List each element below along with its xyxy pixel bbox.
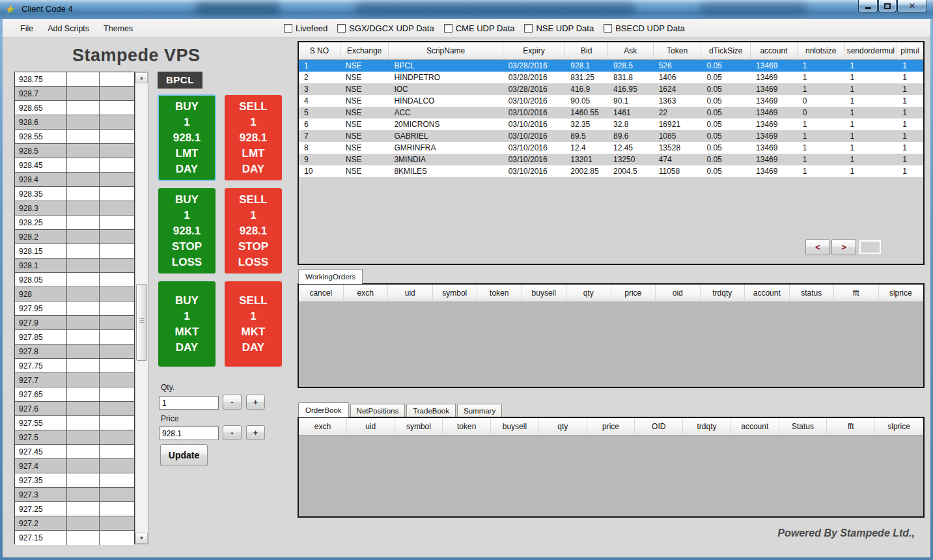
- close-button[interactable]: ✕: [897, 0, 927, 12]
- ladder-row[interactable]: 928.7: [15, 87, 134, 101]
- ladder-row[interactable]: 928.35: [15, 187, 134, 201]
- sell-stoploss-button[interactable]: SELL1928.1STOPLOSS: [224, 188, 283, 274]
- ladder-bid-cell[interactable]: [67, 230, 100, 244]
- ladder-row[interactable]: 927.5: [15, 430, 134, 445]
- watchlist-row[interactable]: 6NSE20MICRONS03/10/201632.3532.8169210.0…: [299, 119, 923, 130]
- ladder-bid-cell[interactable]: [67, 87, 100, 100]
- ladder-row[interactable]: 927.85: [15, 330, 134, 344]
- checkbox-box-livefeed[interactable]: [284, 24, 292, 33]
- watchlist-row[interactable]: 5NSEACC03/10/20161460.551461220.05134690…: [299, 107, 923, 119]
- checkbox-sgx-dgcx-udp-data[interactable]: SGX/DGCX UDP Data: [337, 23, 434, 33]
- watchlist-row[interactable]: 9NSE3MINDIA03/10/201613201132504740.0513…: [299, 154, 923, 165]
- prev-page-button[interactable]: <: [805, 239, 830, 255]
- checkbox-livefeed[interactable]: Livefeed: [284, 23, 327, 33]
- watchlist-row[interactable]: 8NSEGMRINFRA03/10/201612.412.45135280.05…: [299, 142, 923, 154]
- ladder-ask-cell[interactable]: [100, 416, 134, 430]
- ladder-row[interactable]: 927.4: [15, 459, 134, 473]
- ladder-ask-cell[interactable]: [100, 459, 134, 473]
- watchlist-row[interactable]: 10NSE8KMILES03/10/20162002.852004.511058…: [299, 165, 923, 177]
- ladder-row[interactable]: 927.2: [15, 516, 134, 531]
- ladder-row[interactable]: 927.15: [15, 531, 134, 545]
- ladder-bid-cell[interactable]: [67, 115, 100, 129]
- menu-item-add-scripts[interactable]: Add Scripts: [40, 24, 96, 33]
- ladder-row[interactable]: 927.25: [15, 502, 134, 516]
- tab-tradebook[interactable]: TradeBook: [406, 404, 456, 417]
- ladder-ask-cell[interactable]: [100, 445, 134, 458]
- ladder-row[interactable]: 927.65: [15, 387, 134, 402]
- checkbox-box-cme-udp-data[interactable]: [444, 24, 453, 33]
- menu-item-file[interactable]: File: [13, 24, 40, 33]
- update-button[interactable]: Update: [160, 444, 208, 466]
- tab-summary[interactable]: Summary: [457, 404, 502, 417]
- ladder-ask-cell[interactable]: [100, 516, 134, 530]
- price-increment-button[interactable]: +: [246, 425, 265, 440]
- ladder-ask-cell[interactable]: [100, 216, 134, 229]
- ladder-ask-cell[interactable]: [100, 330, 134, 344]
- ladder-row[interactable]: 928.75: [15, 72, 134, 87]
- ladder-row[interactable]: 928: [15, 287, 134, 301]
- ladder-row[interactable]: 927.6: [15, 402, 134, 416]
- ladder-bid-cell[interactable]: [67, 158, 100, 172]
- ladder-ask-cell[interactable]: [100, 488, 134, 501]
- ladder-row[interactable]: 928.4: [15, 173, 134, 187]
- watchlist-row[interactable]: 7NSEGABRIEL03/10/201689.589.610850.05134…: [299, 130, 923, 142]
- ladder-bid-cell[interactable]: [67, 531, 100, 545]
- scroll-down-icon[interactable]: ▼: [135, 533, 148, 544]
- ladder-bid-cell[interactable]: [67, 316, 100, 329]
- ladder-ask-cell[interactable]: [100, 387, 134, 401]
- ladder-bid-cell[interactable]: [67, 416, 100, 430]
- ladder-ask-cell[interactable]: [100, 101, 134, 115]
- ladder-bid-cell[interactable]: [67, 502, 100, 516]
- buy-mkt-button[interactable]: BUY1MKTDAY: [158, 281, 216, 367]
- ladder-ask-cell[interactable]: [100, 187, 134, 201]
- ladder-row[interactable]: 927.95: [15, 301, 134, 316]
- ladder-row[interactable]: 928.2: [15, 230, 134, 244]
- ladder-bid-cell[interactable]: [67, 273, 100, 287]
- ladder-row[interactable]: 927.75: [15, 359, 134, 373]
- ladder-ask-cell[interactable]: [100, 144, 134, 158]
- ladder-bid-cell[interactable]: [67, 402, 100, 415]
- ladder-ask-cell[interactable]: [100, 72, 134, 86]
- qty-increment-button[interactable]: +: [246, 395, 265, 410]
- ladder-row[interactable]: 928.3: [15, 201, 134, 216]
- ladder-bid-cell[interactable]: [67, 244, 100, 258]
- watchlist-row[interactable]: 3NSEIOC03/28/2016416.9416.9516240.051346…: [299, 83, 923, 95]
- price-decrement-button[interactable]: -: [223, 425, 242, 440]
- ladder-ask-cell[interactable]: [100, 473, 134, 487]
- ladder-ask-cell[interactable]: [100, 87, 134, 100]
- qty-decrement-button[interactable]: -: [223, 395, 242, 410]
- ladder-bid-cell[interactable]: [67, 173, 100, 186]
- ladder-ask-cell[interactable]: [100, 359, 134, 372]
- ladder-ask-cell[interactable]: [100, 173, 134, 186]
- ladder-ask-cell[interactable]: [100, 259, 134, 272]
- price-input[interactable]: [159, 427, 219, 440]
- ladder-bid-cell[interactable]: [67, 459, 100, 473]
- ladder-ask-cell[interactable]: [100, 230, 134, 244]
- ladder-ask-cell[interactable]: [100, 344, 134, 358]
- ladder-row[interactable]: 928.25: [15, 216, 134, 230]
- ladder-bid-cell[interactable]: [67, 216, 100, 229]
- buy-lmt-button[interactable]: BUY1928.1LMTDAY: [158, 94, 216, 181]
- ladder-ask-cell[interactable]: [100, 301, 134, 315]
- ladder-ask-cell[interactable]: [100, 373, 134, 387]
- ladder-bid-cell[interactable]: [67, 301, 100, 315]
- ladder-bid-cell[interactable]: [67, 387, 100, 401]
- ladder-ask-cell[interactable]: [100, 402, 134, 415]
- checkbox-nse-udp-data[interactable]: NSE UDP Data: [524, 23, 594, 33]
- ladder-bid-cell[interactable]: [67, 287, 100, 301]
- ladder-row[interactable]: 927.7: [15, 373, 134, 387]
- ladder-ask-cell[interactable]: [100, 273, 134, 287]
- sell-mkt-button[interactable]: SELL1MKTDAY: [224, 281, 283, 367]
- ladder-row[interactable]: 928.15: [15, 244, 134, 259]
- ladder-ask-cell[interactable]: [100, 502, 134, 516]
- buy-stoploss-button[interactable]: BUY1928.1STOPLOSS: [158, 188, 216, 274]
- scrollbar-thumb[interactable]: [136, 284, 147, 361]
- ladder-ask-cell[interactable]: [100, 531, 134, 545]
- ladder-bid-cell[interactable]: [67, 488, 100, 501]
- ladder-bid-cell[interactable]: [67, 445, 100, 458]
- page-number-box[interactable]: [859, 240, 881, 254]
- minimize-button[interactable]: [858, 0, 878, 12]
- ladder-ask-cell[interactable]: [100, 244, 134, 258]
- ladder-bid-cell[interactable]: [67, 516, 100, 530]
- ladder-bid-cell[interactable]: [67, 344, 100, 358]
